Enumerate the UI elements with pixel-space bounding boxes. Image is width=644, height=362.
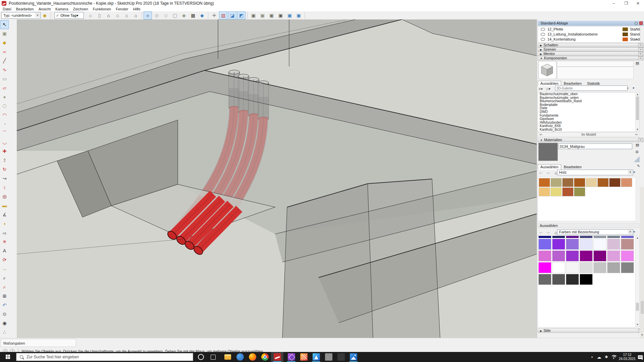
chevron-down-icon[interactable]: ▾ <box>628 230 633 234</box>
previous-view-tool[interactable]: ↶ <box>0 301 9 310</box>
section-close-icon[interactable]: × <box>638 48 643 52</box>
material-swatch[interactable] <box>539 178 550 187</box>
material-swatch[interactable] <box>562 187 574 196</box>
tags-scrollbar[interactable]: ▲ ▼ <box>634 26 639 42</box>
material-swatch[interactable] <box>574 178 585 187</box>
viewport-canvas[interactable] <box>17 19 537 338</box>
material-collection-combobox[interactable]: Holz ▾ <box>557 170 633 175</box>
tray-scrollbar[interactable]: ▼ <box>640 187 644 338</box>
dc-interact2-blue-icon[interactable]: ▣ <box>294 11 303 19</box>
hidden-line-style-icon[interactable]: ▢ <box>171 11 179 19</box>
top-view-icon[interactable]: ⌂ <box>113 11 122 19</box>
details-arrow-icon[interactable]: ▸ <box>634 230 635 233</box>
color-swatch[interactable] <box>580 236 593 238</box>
home-icon[interactable]: ⌂▾ <box>545 86 551 91</box>
color-swatch[interactable] <box>593 236 606 238</box>
dimension-tool[interactable]: ∡ <box>0 210 9 219</box>
chevron-down-icon[interactable]: ▾ <box>35 13 40 17</box>
iso-view-icon[interactable]: ⌂ <box>86 11 95 19</box>
tray-close-icon[interactable]: × <box>639 21 643 25</box>
color-swatch[interactable] <box>566 262 579 273</box>
color-swatch[interactable] <box>552 239 565 250</box>
wireframe-style-icon[interactable]: ◇ <box>162 11 170 19</box>
menu-hilfe[interactable]: Hilfe <box>133 7 141 11</box>
nav-forward-icon[interactable]: ⇨ <box>635 132 638 137</box>
section-schatten[interactable]: ▶Schatten× <box>538 43 644 47</box>
textured-style-icon[interactable]: ▦ <box>189 11 197 19</box>
dc-options-icon[interactable]: ▣ <box>267 11 276 19</box>
in-model-stack-icon[interactable]: ▤ <box>636 61 640 66</box>
color-swatch[interactable] <box>538 250 551 261</box>
component-name-field[interactable] <box>557 61 634 67</box>
color-swatch[interactable] <box>580 250 593 261</box>
view-options-icon[interactable]: ≡▾ <box>538 87 544 91</box>
tape-measure-tool[interactable]: ▬ <box>0 201 9 210</box>
taskbar-search[interactable]: Zur Suche Text hier eingeben <box>16 353 193 361</box>
component-list-item[interactable]: Bautenschutzmatte_oben <box>538 93 636 96</box>
tag-row[interactable]: 14_KonterlattungStandard <box>539 37 636 42</box>
orbit-tool[interactable]: ⟳ <box>0 255 9 264</box>
clock[interactable]: 17:1224.03.2021 <box>618 352 637 362</box>
section-axes-icon[interactable]: ✛ <box>210 11 218 19</box>
shaded-style-icon[interactable]: ◆ <box>180 11 188 19</box>
look-around-tool[interactable]: ◉ <box>0 319 9 328</box>
three-point-arc-tool[interactable]: ◡ <box>0 138 9 147</box>
color-swatch[interactable] <box>580 239 593 250</box>
color-swatch[interactable] <box>566 239 579 250</box>
menu-bearbeiten[interactable]: Bearbeiten <box>16 7 34 11</box>
section-materialien[interactable]: ▼Materialien× <box>538 138 644 142</box>
material-swatch[interactable] <box>550 187 562 196</box>
component-list-item[interactable]: Bodenplatte <box>538 103 636 107</box>
pin-icon[interactable] <box>635 22 638 25</box>
color-collection-combobox[interactable]: Farben mit Bezeichnung ▾ <box>557 229 633 235</box>
type-combobox[interactable]: Typ: <undefined> ▾ <box>1 12 41 19</box>
create-material-icon[interactable]: ⊕ <box>635 149 639 154</box>
grey-app-button[interactable] <box>322 352 335 362</box>
details-arrow-icon[interactable]: ▸ <box>633 86 635 89</box>
pan-tool[interactable]: ↔ <box>0 264 9 274</box>
monochrome-style-icon[interactable]: ◆ <box>198 11 206 19</box>
polygon-tool[interactable]: ⬡ <box>0 102 9 111</box>
color-swatch[interactable] <box>552 250 565 261</box>
dc-attributes-icon[interactable]: ▣ <box>276 11 285 19</box>
scroll-down-icon[interactable]: ▼ <box>635 38 639 41</box>
tab-auswaehlen[interactable]: Auswählen <box>538 164 561 170</box>
measurements-box[interactable]: Maßangaben <box>1 339 76 347</box>
section-cut-icon[interactable]: ◪ <box>228 11 236 19</box>
color-swatch[interactable] <box>566 236 579 238</box>
zoom-extents-tool[interactable]: ⊞ <box>0 292 9 301</box>
protractor-tool[interactable]: ◖ <box>0 219 9 228</box>
color-swatch[interactable] <box>580 262 593 273</box>
search-icon[interactable]: ⌕ <box>627 86 629 90</box>
tag-color-swatch[interactable] <box>623 38 628 41</box>
affinity-publisher-button[interactable] <box>298 352 310 362</box>
visibility-eye-icon[interactable] <box>541 38 545 41</box>
color-swatch[interactable] <box>593 250 606 261</box>
visibility-eye-icon[interactable] <box>541 28 545 31</box>
material-swatch[interactable] <box>539 187 550 196</box>
rotate-tool[interactable]: ↻ <box>0 165 9 174</box>
bottom-view-icon[interactable]: ⌂ <box>131 11 140 19</box>
pie-tool[interactable]: ◔ <box>0 120 9 129</box>
classifier-tag-icon[interactable]: ◆ <box>41 11 49 19</box>
onedrive-cloud-icon[interactable]: ☁ <box>596 352 602 362</box>
zoom-tool[interactable]: ⌕ <box>0 274 9 283</box>
material-swatch[interactable] <box>562 178 574 187</box>
dropbox-icon[interactable]: ❖ <box>603 352 610 362</box>
color-swatch[interactable] <box>607 250 620 261</box>
tag-row[interactable]: 13_Lattung_InstallationsebeneStandard <box>539 32 636 37</box>
tag-color-swatch[interactable] <box>623 27 628 31</box>
scroll-up-icon[interactable]: ▲ <box>635 27 639 30</box>
rectangle-tool[interactable]: ▭ <box>0 74 9 83</box>
chevron-down-icon[interactable]: ▾ <box>628 170 633 174</box>
nav-back-icon[interactable]: ⇦ <box>538 230 544 235</box>
wifi-icon[interactable] <box>610 352 617 362</box>
nav-forward-icon[interactable]: ⇨ <box>545 230 551 235</box>
color-swatch[interactable] <box>552 274 565 285</box>
details-arrow-icon[interactable]: ▸ <box>634 170 635 174</box>
freehand-tool[interactable]: ∿ <box>0 65 9 74</box>
firefox-button[interactable] <box>246 352 259 362</box>
back-edges-style-icon[interactable]: ◇ <box>153 11 161 19</box>
scrollbar-thumb[interactable] <box>636 303 639 311</box>
material-swatch[interactable] <box>609 178 621 187</box>
